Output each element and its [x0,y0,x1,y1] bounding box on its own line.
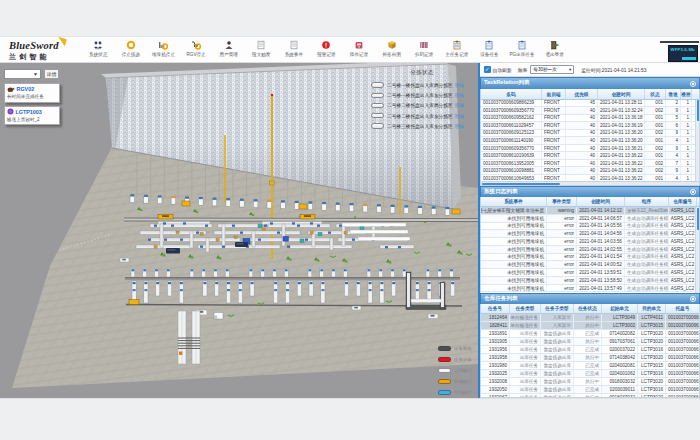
vertical-scrollbar[interactable] [695,207,699,293]
table-row[interactable]: 未找到可用堆垛机error2021-04-01 14:05:56生成自动调库任务… [481,223,699,231]
toolbar-button-profile-check[interactable]: 外形检测 [375,39,408,63]
table-cell: 生成自动调库任务模块 [625,254,669,261]
table-row[interactable]: 00100370006610190639FRONT402021-04-01 13… [481,152,699,160]
toolbar-button-stacker-stop[interactable]: 堆垛机停止 [147,39,180,63]
table-row[interactable]: 1932050出库任务整盘拣选出库已完成0200039011LCTP301600… [481,386,699,394]
table-row[interactable]: 1812464单向输送任务入库异常执行中LCTP3049LCTP40110010… [481,314,699,322]
legend-row: 手动模式 [438,387,472,398]
scrollbar-thumb[interactable] [697,100,700,121]
table-cell: 002 [645,145,666,152]
toolbar-button-main-task-log[interactable]: 主任务记录 [441,39,474,63]
table-cell: FRONT [542,107,566,114]
table-row[interactable]: 00100370006613952005FRONT402021-04-01 13… [481,160,699,168]
column-header[interactable]: 任务类型 [510,304,541,314]
table-row[interactable]: 1931958出库任务整盘拣选出库执行中0714038042LCTP302000… [481,354,699,362]
toolbar-button-system-events[interactable]: 系统事件 [278,39,311,63]
table-cell: error [547,285,577,292]
toolbar-button-message-trigger[interactable]: 报文触发 [245,39,278,63]
alarm-card-rgv[interactable]: RGV02 长时间未完成任务 [4,83,60,103]
table-row[interactable]: 1932025出库任务整盘拣选出库已完成0204001062LCTP301600… [481,370,699,378]
device-filter-select[interactable]: ▼ [4,69,41,79]
column-header[interactable]: 创建时间 [598,89,645,99]
column-header[interactable]: 巷道 [666,89,681,99]
sort-zone-toggle[interactable] [371,93,384,99]
table-row[interactable]: 未找到可用堆垛机error2021-04-01 14:06:57生成自动调库任务… [481,215,699,223]
table-row[interactable]: 00100370006609582162FRONT402021-04-01 13… [481,115,699,123]
column-header[interactable]: 任务子类型 [541,304,574,314]
sort-zone-toggle[interactable] [371,103,384,109]
table-row[interactable]: 00100370006609125123FRONT402021-04-01 13… [481,130,699,138]
toolbar-button-device-tasks[interactable]: 设备任务 [473,39,506,63]
toolbar-button-rgv-stop[interactable]: RGV停止 [180,39,213,63]
table-row[interactable]: 未找到可用堆垛机error2021-04-01 14:04:56生成自动调库任务… [481,230,699,238]
column-header[interactable]: 起始单元 [602,304,638,314]
table-row[interactable]: 00100370006611029457FRONT402021-04-01 13… [481,122,699,130]
warehouse-3d-viewport[interactable]: ▼ 详情 RGV02 长时间未完成任务 LGTP1003 输送上货超时_2 分拣… [0,63,478,398]
table-row[interactable]: 未找到可用堆垛机error2021-04-01 14:02:55生成自动调库任务… [481,246,699,254]
toolbar-button-scan-records[interactable]: 扫码记录 [408,39,441,63]
details-button[interactable]: 详情 [44,69,59,79]
column-header[interactable]: 托盘号 [666,304,700,314]
sort-zone-toggle[interactable] [371,113,384,119]
table-row[interactable]: 1932008出库任务整盘拣选出库执行中0918003032LCTP302000… [481,378,699,386]
column-header[interactable]: 楼层 [681,89,692,99]
toolbar-button-user-manage[interactable]: 用户管理 [212,39,245,63]
toolbar-button-logout[interactable]: 退出登录 [538,39,571,63]
sort-zone-toggle[interactable] [371,82,384,88]
column-header[interactable]: 条码 [481,89,542,99]
table-cell: 002 [645,130,666,137]
vertical-scrollbar[interactable] [695,100,699,182]
column-header[interactable]: 优先级 [566,89,598,99]
toolbar-button-pg-out-tasks[interactable]: PG出库任务 [506,39,539,63]
table-row[interactable]: 1931905出库任务整盘拣选出库执行中0917037061LCTP302000… [481,338,699,346]
sort-zone-detail-link[interactable]: 明细 [455,102,464,108]
column-header[interactable]: 程序 [625,197,669,207]
table-row[interactable]: 00100370006609886239FRONT452021-04-01 13… [481,100,699,108]
column-header[interactable]: 任务号 [481,304,510,314]
table-cell: LCTP4011 [638,314,666,321]
table-row[interactable]: 1931980出库任务整盘拣选出库已完成0204002081LCTP301500… [481,362,699,370]
panel-collapse-icon[interactable] [690,189,696,195]
alarm-card-lgtp[interactable]: LGTP1003 输送上货超时_2 [4,106,60,126]
table-row[interactable]: 未找到可用堆垛机error2021-04-01 13:59:51生成自动调库任务… [481,269,699,277]
column-header[interactable]: 前后端 [542,89,566,99]
table-row[interactable]: 1931956出库任务整盘拣选出库已完成0200037022LCTP301600… [481,346,699,354]
frequency-select[interactable]: 每30秒一次 ▾ [530,65,574,74]
auto-refresh-checkbox[interactable]: ✓ [484,66,491,73]
toolbar-button-system-status[interactable]: 系统状态 [82,39,115,63]
column-header[interactable]: 任务状态 [574,304,602,314]
column-header[interactable]: 事件类型 [547,197,577,207]
scrollbar-thumb[interactable] [697,208,700,230]
sort-zone-toggle[interactable] [371,123,384,129]
table-cell: FRONT [542,122,566,129]
minimized-window[interactable]: WFP3.0-Mb [668,45,698,62]
table-row[interactable]: 未找到可用堆垛机error2021-04-01 13:58:50生成自动调库任务… [481,277,699,285]
toolbar-button-alarm-records[interactable]: 报警记录 [310,39,343,63]
toolbar-button-operation-log[interactable]: 操作记录 [343,39,376,63]
table-row[interactable]: 2号七层穿梭车报文错误:非法长度warning2021-04-01 14:12:… [481,207,699,215]
table-row[interactable]: 00100370006609356770FRONT402021-04-01 13… [481,107,699,115]
column-header[interactable]: 状态 [645,89,666,99]
table-row[interactable]: 未找到可用堆垛机error2021-04-01 14:00:52生成自动调库任务… [481,261,699,269]
column-header[interactable]: 系统事件 [481,197,547,207]
minimized-window-edge [660,41,699,43]
table-row[interactable]: 未找到可用堆垛机error2021-04-01 14:01:54生成自动调库任务… [481,254,699,262]
column-header[interactable]: 目的单元 [638,304,666,314]
table-row[interactable]: 00100370006611140190FRONT402021-04-01 13… [481,137,699,145]
column-header[interactable]: 仓库编号 [669,197,697,207]
table-row[interactable]: 00100370006610098881FRONT402021-04-01 13… [481,167,699,175]
table-row[interactable]: 1828411单向输送任务入库异常执行中LCTP3002LCTP30150010… [481,322,699,330]
table-row[interactable]: 未找到可用堆垛机error2021-04-01 13:57:49生成自动调库任务… [481,285,699,293]
panel-collapse-icon[interactable] [690,81,696,87]
table-cell: 2021-04-01 13:36:20 [598,137,645,144]
table-row[interactable]: 1931891出库任务整盘拣选出库已完成0714002082LCTP302000… [481,330,699,338]
toolbar-button-stop-picking[interactable]: 停止拣选 [115,39,148,63]
sort-zone-detail-link[interactable]: 明细 [455,82,464,88]
column-header[interactable]: 创建时间 [577,197,625,207]
sort-zone-detail-link[interactable]: 明细 [455,92,464,98]
table-row[interactable]: 未找到可用堆垛机error2021-04-01 14:03:56生成自动调库任务… [481,238,699,246]
sort-zone-detail-link[interactable]: 明细 [455,113,464,119]
table-row[interactable]: 00100370006609356770FRONT402021-04-01 13… [481,145,699,153]
sort-zone-detail-link[interactable]: 明细 [455,123,464,129]
panel-collapse-icon[interactable] [690,296,696,302]
